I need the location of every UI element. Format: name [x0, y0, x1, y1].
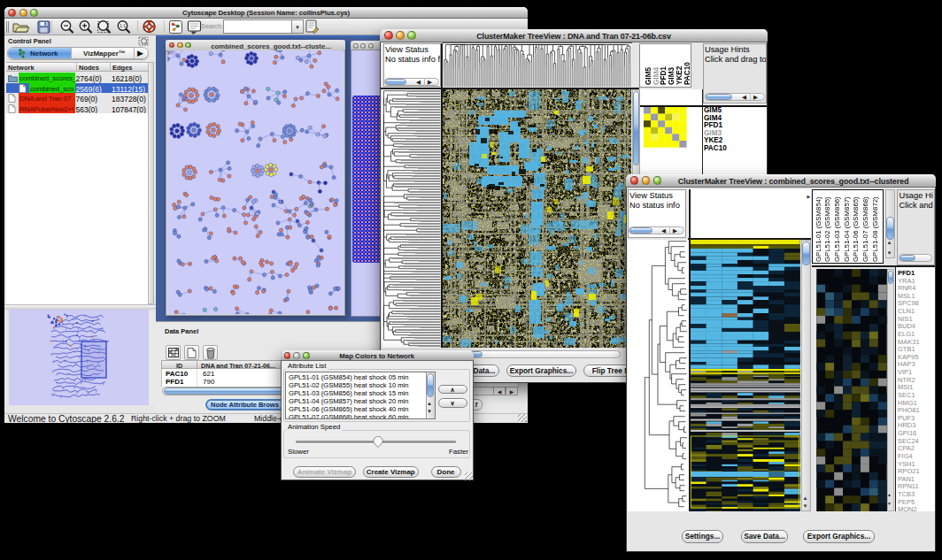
svg-text:1:1: 1:1 [120, 24, 126, 28]
